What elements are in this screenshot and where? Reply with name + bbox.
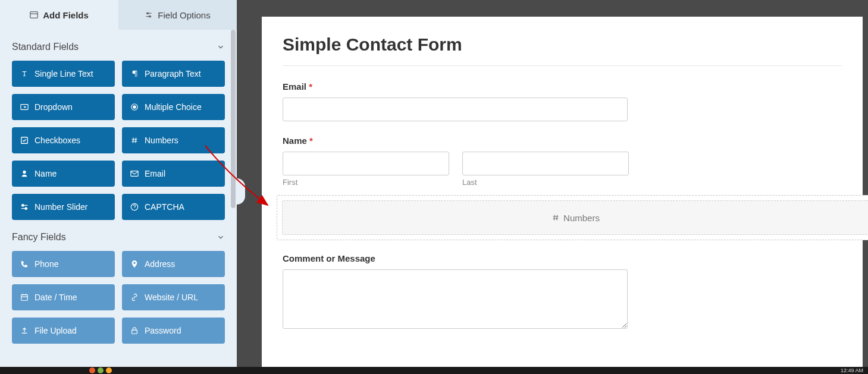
- field-label: Name: [35, 169, 57, 178]
- tab-add-fields[interactable]: Add Fields: [0, 0, 118, 30]
- check-icon: [20, 136, 29, 144]
- sidebar-tabs: Add Fields Field Options: [0, 0, 237, 30]
- field-label: Number Slider: [35, 202, 87, 212]
- form-canvas: Simple Contact Form Email * Name * First: [244, 0, 868, 367]
- field-label: Paragraph Text: [145, 69, 201, 78]
- field-label: Address: [145, 259, 175, 269]
- section-fancy-fields[interactable]: Fancy Fields: [12, 220, 225, 251]
- lock-icon: [130, 326, 139, 335]
- section-label: Standard Fields: [12, 42, 79, 52]
- tab-label: Add Fields: [43, 10, 89, 20]
- field-single-line-text[interactable]: Single Line Text: [12, 61, 115, 87]
- field-label: Password: [145, 326, 181, 335]
- svg-point-1: [147, 12, 149, 14]
- field-label: CAPTCHA: [145, 202, 184, 212]
- svg-point-7: [23, 171, 26, 174]
- hash-icon: [130, 136, 139, 144]
- tab-label: Field Options: [158, 10, 210, 20]
- field-label: Multiple Choice: [145, 102, 202, 112]
- field-name[interactable]: Name: [12, 161, 115, 187]
- link-icon: [130, 293, 139, 301]
- svg-rect-8: [131, 171, 138, 177]
- field-password[interactable]: Password: [122, 318, 225, 344]
- taskbar-time: 12:49 AM: [841, 367, 863, 373]
- form-field-comment[interactable]: Comment or Message: [283, 253, 842, 331]
- field-website-url[interactable]: Website / URL: [122, 284, 225, 310]
- field-label: Website / URL: [145, 293, 198, 302]
- name-row: First Last: [283, 152, 842, 187]
- field-captcha[interactable]: CAPTCHA: [122, 194, 225, 220]
- form-field-name[interactable]: Name * First Last: [283, 136, 842, 187]
- field-email[interactable]: Email: [122, 161, 225, 187]
- field-checkboxes[interactable]: Checkboxes: [12, 127, 115, 153]
- sidebar-content: Standard Fields Single Line Text Paragra…: [0, 30, 237, 367]
- svg-point-2: [149, 15, 151, 17]
- field-label-name: Name *: [283, 136, 842, 146]
- name-last-col: Last: [462, 152, 629, 187]
- svg-rect-13: [132, 330, 137, 334]
- field-label: Phone: [35, 259, 58, 269]
- hash-icon: [551, 213, 560, 222]
- name-first-col: First: [283, 152, 449, 187]
- fancy-fields-grid: Phone Address Date / Time Website / URL …: [12, 251, 225, 344]
- field-paragraph-text[interactable]: Paragraph Text: [122, 61, 225, 87]
- field-number-slider[interactable]: Number Slider: [12, 194, 115, 220]
- upload-icon: [20, 326, 29, 335]
- field-label: Date / Time: [35, 293, 77, 302]
- help-icon: [130, 203, 139, 211]
- field-label: Email: [145, 169, 165, 178]
- sliders-icon: [145, 11, 153, 19]
- field-label: Checkboxes: [35, 136, 80, 145]
- form-preview[interactable]: Simple Contact Form Email * Name * First: [262, 17, 863, 367]
- last-name-input[interactable]: [462, 152, 629, 175]
- tab-field-options[interactable]: Field Options: [118, 0, 237, 30]
- pin-icon: [130, 260, 139, 268]
- section-standard-fields[interactable]: Standard Fields: [12, 30, 225, 61]
- field-label-comment: Comment or Message: [283, 253, 842, 263]
- field-label: Single Line Text: [35, 69, 93, 78]
- phone-icon: [20, 260, 29, 268]
- chevron-down-icon: [217, 43, 225, 51]
- field-label-email: Email *: [283, 81, 842, 92]
- field-file-upload[interactable]: File Upload: [12, 318, 115, 344]
- field-address[interactable]: Address: [122, 251, 225, 277]
- form-title: Simple Contact Form: [283, 34, 842, 66]
- standard-fields-grid: Single Line Text Paragraph Text Dropdown…: [12, 61, 225, 220]
- field-multiple-choice[interactable]: Multiple Choice: [122, 94, 225, 120]
- calendar-icon: [20, 293, 29, 301]
- sidebar-scrollbar[interactable]: [231, 30, 236, 363]
- first-name-input[interactable]: [283, 152, 449, 175]
- taskbar-tray-icons: [89, 367, 112, 373]
- svg-point-10: [25, 208, 27, 210]
- drop-zone-inner: Numbers: [282, 200, 868, 235]
- drop-zone[interactable]: Numbers: [277, 195, 868, 240]
- field-date-time[interactable]: Date / Time: [12, 284, 115, 310]
- user-icon: [20, 169, 29, 178]
- field-dropdown[interactable]: Dropdown: [12, 94, 115, 120]
- dropdown-icon: [20, 103, 29, 111]
- field-numbers[interactable]: Numbers: [122, 127, 225, 153]
- sidebar: Add Fields Field Options Standard Fields…: [0, 0, 237, 367]
- radio-icon: [130, 103, 139, 111]
- required-indicator: *: [309, 81, 312, 92]
- comment-textarea[interactable]: [283, 269, 628, 329]
- form-field-email[interactable]: Email *: [283, 81, 842, 121]
- text-icon: [20, 70, 29, 78]
- email-input[interactable]: [283, 98, 628, 121]
- section-label: Fancy Fields: [12, 232, 66, 243]
- required-indicator: *: [309, 136, 313, 146]
- svg-rect-12: [21, 295, 28, 301]
- window-icon: [30, 11, 38, 19]
- chevron-down-icon: [217, 233, 225, 241]
- svg-rect-0: [30, 12, 37, 18]
- field-label: File Upload: [35, 326, 77, 335]
- last-sublabel: Last: [462, 178, 629, 187]
- scrollbar-thumb[interactable]: [231, 30, 236, 208]
- slider-icon: [20, 203, 29, 211]
- drop-zone-label: Numbers: [563, 213, 600, 223]
- first-sublabel: First: [283, 178, 449, 187]
- taskbar[interactable]: 12:49 AM: [0, 367, 868, 374]
- svg-point-9: [22, 205, 24, 207]
- field-phone[interactable]: Phone: [12, 251, 115, 277]
- field-label: Numbers: [145, 136, 178, 145]
